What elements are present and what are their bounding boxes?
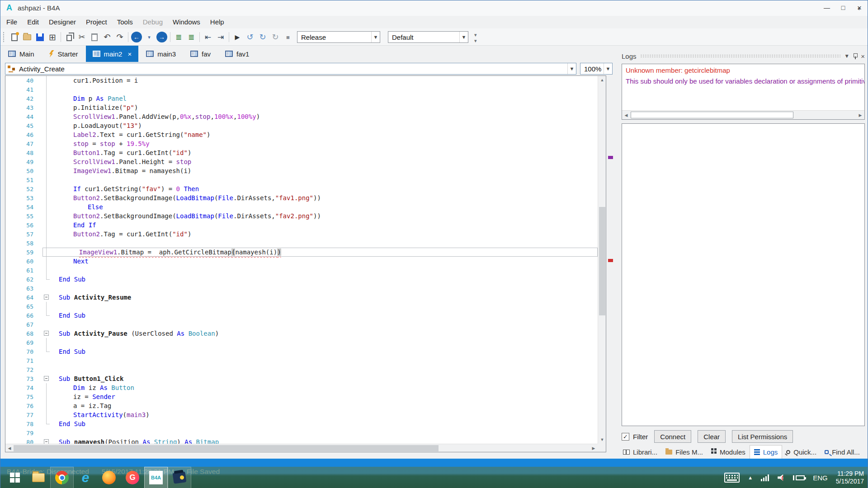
list-permissions-button[interactable]: List Permissions <box>732 430 793 443</box>
step-into-icon[interactable]: ↻ <box>256 31 269 43</box>
stop-icon[interactable]: ■ <box>282 31 294 43</box>
menu-debug[interactable]: Debug <box>138 16 168 28</box>
fold-column[interactable] <box>41 356 52 365</box>
tool-tab-quick[interactable]: Quick... <box>782 445 821 459</box>
start-button[interactable] <box>3 467 27 488</box>
fold-column[interactable] <box>41 311 52 320</box>
code-line-42[interactable]: 42Dim p As Panel <box>5 94 598 103</box>
code-line-51[interactable]: 51 <box>5 175 598 184</box>
g-app[interactable]: G <box>121 467 144 488</box>
fold-column[interactable] <box>41 248 52 257</box>
back-dropdown-icon[interactable]: ▾ <box>143 31 156 43</box>
code-line-59[interactable]: 59ImageView1.Bitmap = aph.GetCircleBitma… <box>5 248 598 257</box>
tab-close-icon[interactable]: × <box>127 50 132 58</box>
fold-column[interactable] <box>41 284 52 293</box>
tab-list-dropdown-icon[interactable]: ▾ <box>858 6 860 12</box>
fold-column[interactable] <box>41 230 52 239</box>
back-icon[interactable]: ← <box>130 31 143 43</box>
tab-starter[interactable]: Starter <box>42 46 85 62</box>
cut-icon[interactable]: ✂ <box>75 31 88 43</box>
code-line-71[interactable]: 71 <box>5 356 598 365</box>
code-line-72[interactable]: 72 <box>5 365 598 374</box>
fold-column[interactable] <box>41 338 52 347</box>
fold-column[interactable] <box>41 85 52 94</box>
file-explorer-app[interactable] <box>27 467 50 488</box>
code-line-77[interactable]: 77StartActivity(main3) <box>5 410 598 419</box>
code-line-48[interactable]: 48Button1.Tag = cur1.GetInt("id") <box>5 148 598 157</box>
code-line-66[interactable]: 66End Sub <box>5 311 598 320</box>
fold-column[interactable] <box>41 347 52 356</box>
horizontal-scroll-thumb[interactable] <box>631 112 793 118</box>
hidden-icons-chevron-icon[interactable]: ▲ <box>748 475 753 480</box>
tool-tab-modules[interactable]: Modules <box>707 445 750 459</box>
code-line-47[interactable]: 47stop = stop + 19.5%y <box>5 139 598 148</box>
menu-help[interactable]: Help <box>205 16 229 28</box>
language-indicator[interactable]: ENG <box>813 474 828 482</box>
pin-icon[interactable] <box>853 53 857 59</box>
scroll-right-icon[interactable]: ▶ <box>590 444 598 452</box>
fold-column[interactable] <box>41 275 52 284</box>
fold-column[interactable] <box>41 410 52 419</box>
log-horizontal-scrollbar[interactable]: ◀ ▶ <box>622 110 864 119</box>
new-file-icon[interactable] <box>8 31 21 43</box>
paste-icon[interactable] <box>88 31 101 43</box>
fold-column[interactable] <box>41 202 52 211</box>
code-line-75[interactable]: 75iz = Sender <box>5 392 598 401</box>
media-app[interactable] <box>168 467 191 488</box>
menu-designer[interactable]: Designer <box>44 16 81 28</box>
code-line-57[interactable]: 57Button2.Tag = cur1.GetInt("id") <box>5 230 598 239</box>
clear-button[interactable]: Clear <box>698 430 726 443</box>
code-line-58[interactable]: 58 <box>5 239 598 248</box>
code-line-73[interactable]: 73Sub Button1_Click <box>5 374 598 383</box>
fold-column[interactable] <box>41 293 52 302</box>
chevron-down-icon[interactable]: ▼ <box>371 32 380 42</box>
copy-icon[interactable] <box>63 31 75 43</box>
fold-collapse-icon[interactable] <box>44 439 49 444</box>
fold-column[interactable] <box>41 401 52 410</box>
fold-column[interactable] <box>41 193 52 202</box>
outdent-icon[interactable]: ⇤ <box>202 31 214 43</box>
code-line-65[interactable]: 65 <box>5 302 598 311</box>
tool-tab-logs[interactable]: Logs <box>750 445 783 459</box>
touch-keyboard-icon[interactable] <box>724 473 740 483</box>
fold-column[interactable] <box>41 419 52 428</box>
scroll-left-icon[interactable]: ◀ <box>622 111 630 120</box>
fold-column[interactable] <box>41 392 52 401</box>
scroll-left-icon[interactable]: ◀ <box>5 444 14 452</box>
volume-muted-icon[interactable] <box>778 474 785 481</box>
fold-column[interactable] <box>41 112 52 121</box>
chevron-down-icon[interactable]: ▼ <box>567 63 576 74</box>
code-line-54[interactable]: 54Else <box>5 202 598 211</box>
toolbar-grip[interactable] <box>3 32 5 42</box>
comment-icon[interactable]: ≣ <box>172 31 185 43</box>
build-configuration-select[interactable]: Release ▼ <box>297 31 380 43</box>
chrome-app[interactable] <box>50 467 74 488</box>
fold-column[interactable] <box>41 257 52 266</box>
indent-icon[interactable]: ⇥ <box>214 31 227 43</box>
menu-file[interactable]: File <box>1 16 22 28</box>
maximize-button[interactable]: □ <box>835 0 851 15</box>
fold-column[interactable] <box>41 184 52 193</box>
profile-select[interactable]: Default ▼ <box>388 31 468 43</box>
fold-column[interactable] <box>41 365 52 374</box>
code-line-80[interactable]: 80Sub namayesh(Position As String) As Bi… <box>5 437 598 444</box>
code-lines[interactable]: 40cur1.Position = i4142Dim p As Panel43p… <box>5 76 598 444</box>
tool-tab-filesm[interactable]: Files M... <box>661 445 707 459</box>
run-icon[interactable]: ▶ <box>231 31 244 43</box>
code-line-44[interactable]: 44ScrollView1.Panel.AddView(p,0%x,stop,1… <box>5 112 598 121</box>
zoom-select[interactable]: 100% ▼ <box>580 63 613 75</box>
fold-column[interactable] <box>41 221 52 230</box>
code-line-74[interactable]: 74Dim iz As Button <box>5 383 598 392</box>
step-over-icon[interactable]: ↻ <box>269 31 282 43</box>
connect-button[interactable]: Connect <box>654 430 691 443</box>
menu-project[interactable]: Project <box>81 16 112 28</box>
open-file-icon[interactable] <box>21 31 33 43</box>
package-icon[interactable]: ⊞ <box>46 31 59 43</box>
code-editor[interactable]: 40cur1.Position = i4142Dim p As Panel43p… <box>5 75 606 452</box>
horizontal-scroll-thumb[interactable] <box>14 445 439 451</box>
code-line-69[interactable]: 69 <box>5 338 598 347</box>
chevron-down-icon[interactable]: ▼ <box>459 32 468 42</box>
tool-tab-librari[interactable]: Librari... <box>619 445 661 459</box>
resume-icon[interactable]: ↺ <box>244 31 256 43</box>
editor-horizontal-scrollbar[interactable]: ◀ ▶ <box>5 444 598 452</box>
